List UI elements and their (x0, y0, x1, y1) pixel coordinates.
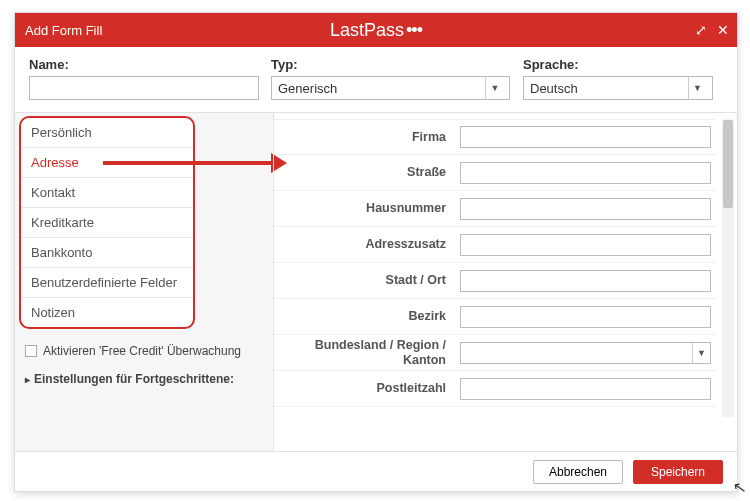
chevron-down-icon: ▼ (688, 77, 706, 99)
dialog-body: PersönlichAdresseKontaktKreditkarteBankk… (15, 112, 737, 451)
close-icon[interactable]: ✕ (717, 22, 729, 38)
free-credit-checkbox[interactable]: Aktivieren 'Free Credit' Überwachung (25, 344, 263, 358)
form-row: Firma (274, 119, 715, 155)
window-controls: ⤢ ✕ (695, 13, 729, 47)
tab-benutzerdefinierte-felder[interactable]: Benutzerdefinierte Felder (21, 268, 193, 298)
field-label: Straße (274, 165, 460, 179)
form-row: Straße (274, 155, 715, 191)
form-area: FirmaStraßeHausnummerAdresszusatzStadt /… (274, 113, 737, 451)
tab-kreditkarte[interactable]: Kreditkarte (21, 208, 193, 238)
field-select[interactable]: ▼ (460, 342, 711, 364)
field-input[interactable] (460, 306, 711, 328)
language-label: Sprache: (523, 57, 723, 72)
brand-logo: LastPass••• (330, 20, 422, 41)
tab-pers-nlich[interactable]: Persönlich (21, 118, 193, 148)
form-row: Postleitzahl (274, 371, 715, 407)
save-button[interactable]: Speichern (633, 460, 723, 484)
titlebar: Add Form Fill LastPass••• ⤢ ✕ (15, 13, 737, 47)
name-label: Name: (29, 57, 271, 72)
category-tabs: PersönlichAdresseKontaktKreditkarteBankk… (19, 116, 195, 329)
field-input[interactable] (460, 198, 711, 220)
language-select[interactable]: Deutsch ▼ (523, 76, 713, 100)
field-label: Bundesland / Region / Kanton (274, 338, 460, 367)
dialog-footer: Abbrechen Speichern (15, 451, 737, 491)
field-label: Adresszusatz (274, 237, 460, 251)
form-row: Stadt / Ort (274, 263, 715, 299)
left-panel: PersönlichAdresseKontaktKreditkarteBankk… (15, 113, 273, 451)
field-input[interactable] (460, 162, 711, 184)
field-label: Bezirk (274, 309, 460, 323)
window-title: Add Form Fill (25, 23, 102, 38)
arrow-annotation (103, 161, 273, 165)
cancel-button[interactable]: Abbrechen (533, 460, 623, 484)
field-label: Stadt / Ort (274, 273, 460, 287)
checkbox-box (25, 345, 37, 357)
chevron-down-icon: ▼ (692, 343, 710, 363)
field-label: Firma (274, 130, 460, 144)
field-label: Postleitzahl (274, 381, 460, 395)
field-input[interactable] (460, 234, 711, 256)
field-input[interactable] (460, 378, 711, 400)
type-select[interactable]: Generisch ▼ (271, 76, 510, 100)
left-extra: Aktivieren 'Free Credit' Überwachung ▸ E… (15, 332, 273, 392)
tab-kontakt[interactable]: Kontakt (21, 178, 193, 208)
name-input[interactable] (29, 76, 259, 100)
form-row: Hausnummer (274, 191, 715, 227)
field-input[interactable] (460, 126, 711, 148)
chevron-down-icon: ▼ (485, 77, 503, 99)
scrollbar[interactable] (722, 119, 734, 417)
scrollbar-thumb[interactable] (723, 120, 733, 208)
field-input[interactable] (460, 270, 711, 292)
form-fill-dialog: Add Form Fill LastPass••• ⤢ ✕ Name: Typ:… (14, 12, 738, 492)
triangle-right-icon: ▸ (25, 374, 30, 385)
tab-adresse[interactable]: Adresse (21, 148, 193, 178)
tab-notizen[interactable]: Notizen (21, 298, 193, 327)
field-label: Hausnummer (274, 201, 460, 215)
form-row: Bezirk (274, 299, 715, 335)
advanced-settings-toggle[interactable]: ▸ Einstellungen für Fortgeschrittene: (25, 372, 263, 386)
tab-bankkonto[interactable]: Bankkonto (21, 238, 193, 268)
expand-icon[interactable]: ⤢ (695, 22, 707, 38)
form-row: Adresszusatz (274, 227, 715, 263)
type-label: Typ: (271, 57, 523, 72)
form-row: Bundesland / Region / Kanton▼ (274, 335, 715, 371)
right-panel: FirmaStraßeHausnummerAdresszusatzStadt /… (273, 113, 737, 451)
top-fields: Name: Typ: Generisch ▼ Sprache: Deutsch … (15, 47, 737, 112)
